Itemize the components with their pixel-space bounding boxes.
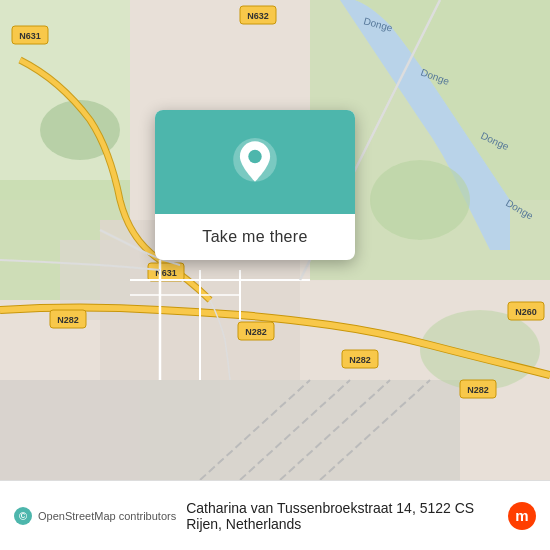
address-text: Catharina van Tussenbroekstraat 14, 5122… bbox=[186, 500, 498, 532]
svg-point-13 bbox=[370, 160, 470, 240]
svg-point-42 bbox=[248, 150, 261, 163]
bottom-bar: © OpenStreetMap contributors Catharina v… bbox=[0, 480, 550, 550]
map-container: N631 N632 N282 N282 N282 N282 N631 N260 bbox=[0, 0, 550, 480]
svg-text:N632: N632 bbox=[247, 11, 269, 21]
osm-attribution: OpenStreetMap contributors bbox=[38, 510, 176, 522]
moovit-icon: m bbox=[508, 502, 536, 530]
popup-bottom: Take me there bbox=[182, 214, 327, 260]
location-pin-icon bbox=[229, 138, 281, 190]
svg-text:N260: N260 bbox=[515, 307, 537, 317]
popup-card: Take me there bbox=[155, 110, 355, 260]
osm-symbol: © bbox=[19, 510, 27, 522]
svg-text:N282: N282 bbox=[57, 315, 79, 325]
osm-logo: © bbox=[14, 507, 32, 525]
take-me-there-button[interactable]: Take me there bbox=[202, 228, 307, 246]
svg-text:N282: N282 bbox=[467, 385, 489, 395]
svg-text:N631: N631 bbox=[19, 31, 41, 41]
svg-text:N282: N282 bbox=[349, 355, 371, 365]
popup-top bbox=[155, 110, 355, 214]
svg-rect-7 bbox=[140, 380, 460, 480]
moovit-logo: m bbox=[508, 502, 536, 530]
svg-text:N282: N282 bbox=[245, 327, 267, 337]
